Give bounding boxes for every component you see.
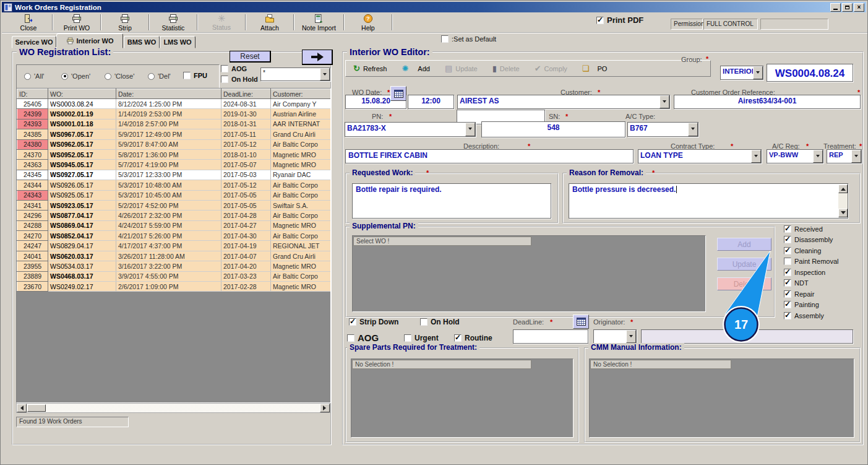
cell-deadline[interactable]: 2018-01-10 xyxy=(221,149,271,159)
treatment-checkbox-inspection[interactable]: Inspection xyxy=(784,267,839,278)
cell-wo[interactable]: WS0927.05.17 xyxy=(48,170,116,180)
cell-wo[interactable]: WS0962.05.17 xyxy=(48,139,116,149)
cell-id[interactable]: 24041 xyxy=(17,251,48,261)
restore-button[interactable] xyxy=(842,3,853,12)
dropdown-arrow-icon[interactable] xyxy=(660,95,669,108)
note-import-button[interactable]: Note Import xyxy=(296,12,342,32)
tab-bms-wo[interactable]: BMS WO xyxy=(124,36,160,48)
cell-deadline[interactable]: 2017-04-19 xyxy=(221,241,271,251)
dropdown-arrow-icon[interactable] xyxy=(751,150,761,163)
wo-time-field[interactable]: 12:00 xyxy=(408,95,454,109)
treatment-checkbox-assembly[interactable]: Assembly xyxy=(784,310,839,321)
cell-customer[interactable]: Air Company Y xyxy=(271,99,331,109)
cell-id[interactable]: 25405 xyxy=(17,99,48,109)
customer-order-reference-field[interactable]: Airest634/34-001 xyxy=(674,95,861,109)
checkbox[interactable] xyxy=(221,76,228,83)
table-row[interactable]: 24345WS0927.05.175/3/2017 12:33:00 PM201… xyxy=(17,170,331,180)
cell-wo[interactable]: WS0952.05.17 xyxy=(48,149,116,159)
table-row[interactable]: 25405WS0003.08.248/12/2024 1:25:00 PM202… xyxy=(17,99,331,109)
table-row[interactable]: 24399WS0002.01.191/14/2019 2:53:00 PM201… xyxy=(17,109,331,119)
urgent-checkbox[interactable]: Urgent xyxy=(404,334,439,342)
close-button[interactable]: Close xyxy=(7,12,50,32)
treatment-checkbox-cleaning[interactable]: Cleaning xyxy=(784,245,839,256)
attach-button[interactable]: Attach xyxy=(248,12,291,32)
cell-date[interactable]: 1/14/2019 2:53:00 PM xyxy=(116,109,221,119)
checkbox[interactable] xyxy=(596,17,604,24)
reason-for-removal-textarea[interactable]: Bottle pressure is decreesed. xyxy=(569,183,848,219)
treatment-checkbox-painting[interactable]: Painting xyxy=(784,300,839,311)
checkbox[interactable] xyxy=(784,236,791,243)
requested-work-textarea[interactable]: Bottle repair is required. xyxy=(352,183,551,219)
cell-id[interactable]: 24288 xyxy=(17,220,48,230)
cell-wo[interactable]: WS0003.08.24 xyxy=(48,99,116,109)
cell-date[interactable]: 4/24/2017 5:59:00 PM xyxy=(116,220,221,230)
cell-deadline[interactable]: 2017-05-05 xyxy=(221,190,271,200)
checkbox[interactable] xyxy=(784,225,791,233)
cell-wo[interactable]: WS0925.05.17 xyxy=(48,190,116,200)
cell-id[interactable]: 24380 xyxy=(17,139,48,149)
group-combobox[interactable]: INTERIOR xyxy=(720,66,763,80)
cell-date[interactable]: 3/9/2017 4:55:00 PM xyxy=(116,271,221,281)
cell-date[interactable]: 4/26/2017 2:32:00 PM xyxy=(116,211,221,220)
supplemental-pn-list[interactable] xyxy=(352,235,706,312)
checkbox[interactable] xyxy=(784,258,791,265)
tab-interior-wo[interactable]: Interior WO xyxy=(56,33,123,48)
col-header-deadline[interactable]: DeadLine: xyxy=(221,89,271,99)
horizontal-scrollbar[interactable] xyxy=(16,403,330,413)
cell-wo[interactable]: WS0249.02.17 xyxy=(48,282,116,292)
table-row[interactable]: 23670WS0249.02.172/6/2017 1:09:00 PM2017… xyxy=(17,282,331,292)
cell-wo[interactable]: WS0002.01.19 xyxy=(48,109,116,119)
cell-date[interactable]: 3/26/2017 11:28:00 AM xyxy=(116,251,221,261)
help-button[interactable]: ? Help xyxy=(346,12,390,32)
checkbox[interactable] xyxy=(784,279,791,287)
table-row[interactable]: 23889WS0468.03.173/9/2017 4:55:00 PM2017… xyxy=(17,271,331,281)
checkbox[interactable] xyxy=(347,334,355,342)
cell-date[interactable]: 8/12/2024 1:25:00 PM xyxy=(116,99,221,109)
cell-customer[interactable]: Air Baltic Corpo xyxy=(271,180,331,190)
cell-id[interactable]: 24344 xyxy=(17,180,48,190)
strip-down-checkbox[interactable]: Strip Down xyxy=(349,318,398,326)
pn-combobox[interactable]: BA21783-X xyxy=(345,122,476,137)
cell-deadline[interactable]: 2017-05-11 xyxy=(221,129,271,139)
treatment-checkbox-ndt[interactable]: NDT xyxy=(784,278,839,289)
reset-button[interactable]: Reset xyxy=(230,51,271,63)
cell-customer[interactable]: Air Baltic Corpo xyxy=(271,231,331,241)
cell-customer[interactable]: Ryanair DAC xyxy=(271,170,331,180)
checkbox[interactable] xyxy=(404,334,411,342)
cell-id[interactable]: 24341 xyxy=(17,200,48,210)
table-row[interactable]: 24370WS0952.05.175/8/2017 1:36:00 PM2018… xyxy=(17,149,331,159)
cell-deadline[interactable]: 2017-04-28 xyxy=(221,211,271,220)
treatment-checkbox-repair[interactable]: Repair xyxy=(784,289,839,300)
checkbox[interactable] xyxy=(784,301,791,308)
cell-customer[interactable]: Magnetic MRO xyxy=(271,160,331,170)
cell-date[interactable]: 5/7/2017 4:19:00 PM xyxy=(116,160,221,170)
on-hold-checkbox[interactable]: On Hold xyxy=(420,318,460,326)
cell-date[interactable]: 3/16/2017 3:22:00 PM xyxy=(116,261,221,271)
table-row[interactable]: 24270WS0852.04.174/21/2017 5:26:00 PM201… xyxy=(17,231,331,241)
cell-wo[interactable]: WS0468.03.17 xyxy=(48,271,116,281)
print-pdf-checkbox[interactable]: Print PDF xyxy=(596,15,643,25)
table-row[interactable]: 24247WS0829.04.174/17/2017 4:37:00 PM201… xyxy=(17,241,331,251)
cell-date[interactable]: 5/3/2017 10:48:00 AM xyxy=(116,180,221,190)
sn-field[interactable]: 548 xyxy=(481,121,625,137)
col-header-customer[interactable]: Customer: xyxy=(271,89,331,99)
radio-close[interactable]: 'Close' xyxy=(105,72,134,80)
scroll-up-icon[interactable] xyxy=(838,185,848,193)
cell-date[interactable]: 4/21/2017 5:26:00 PM xyxy=(116,231,221,241)
cell-customer[interactable]: REGIONAL JET xyxy=(271,241,331,251)
title-bar[interactable]: Work Orders Registration × xyxy=(2,2,866,12)
spare-parts-list[interactable] xyxy=(351,359,574,438)
cell-wo[interactable]: WS0869.04.17 xyxy=(48,220,116,230)
table-row[interactable]: 23955WS0534.03.173/16/2017 3:22:00 PM201… xyxy=(17,261,331,271)
po-button[interactable]: ❏ PO xyxy=(577,63,612,74)
cell-deadline[interactable]: 2017-05-12 xyxy=(221,139,271,149)
scrollbar-thumb[interactable] xyxy=(27,404,46,412)
cell-deadline[interactable]: 2017-05-03 xyxy=(221,170,271,180)
strip-button[interactable]: Strip xyxy=(103,12,147,32)
aog-checkbox[interactable]: AOG xyxy=(347,332,379,343)
radio-all[interactable]: 'All' xyxy=(24,72,44,80)
treatment-combobox[interactable]: REP xyxy=(827,149,862,163)
checkbox[interactable] xyxy=(454,334,462,342)
originator-combobox[interactable] xyxy=(593,329,637,344)
treatment-checkbox-disassembly[interactable]: Disassembly xyxy=(784,235,839,246)
